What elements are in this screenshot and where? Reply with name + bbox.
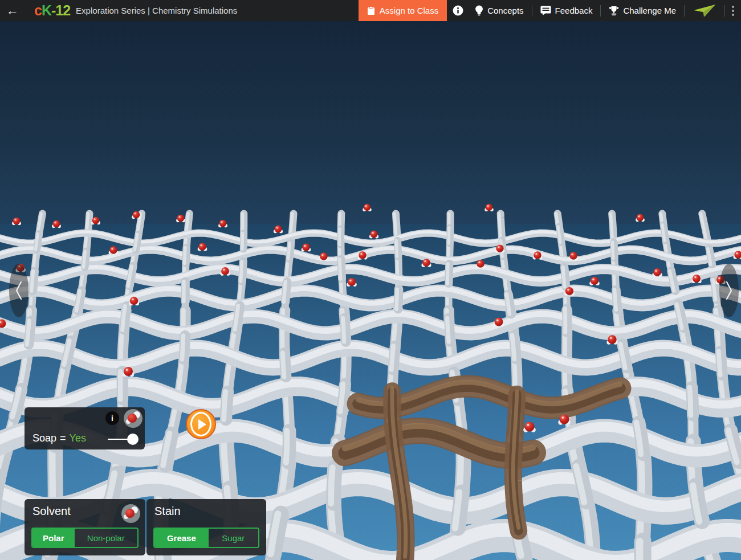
soap-label: Soap [32,432,56,444]
info-button[interactable] [447,0,469,21]
play-triangle-icon [198,419,206,430]
info-i-icon: i [111,414,113,423]
lightbulb-icon [475,5,483,17]
stain-toggle: Grease Sugar [153,528,259,548]
soap-info-button[interactable]: i [105,411,119,425]
trophy-icon [609,6,619,16]
next-slide-arrow[interactable] [719,264,739,317]
feedback-label: Feedback [555,6,593,15]
logo-k: K [42,0,51,21]
app-subtitle: Exploration Series | Chemistry Simulatio… [76,6,237,15]
stain-option-grease[interactable]: Grease [154,529,209,547]
concepts-button[interactable]: Concepts [469,0,529,21]
back-arrow-icon: ← [6,3,19,18]
info-icon [453,5,463,16]
share-button[interactable] [687,0,722,21]
solvent-molecule-view-button[interactable] [121,504,140,523]
solvent-panel: Solvent Polar Non-polar [25,499,145,555]
stain-title: Stain [154,505,181,518]
chevron-right-icon [724,281,734,300]
header-divider [724,5,725,17]
header-actions: Assign to Class Concepts Feedback [359,0,741,21]
solvent-option-nonpolar[interactable]: Non-polar [75,529,137,547]
soap-equals: = [60,432,66,444]
header-divider [600,5,601,17]
previous-slide-arrow[interactable] [9,264,28,317]
clipboard-icon [367,6,375,15]
play-button[interactable] [186,409,216,439]
chevron-left-icon [14,281,23,300]
soap-molecule-view-button[interactable] [124,409,142,428]
feedback-button[interactable]: Feedback [535,0,598,21]
header-divider [684,5,685,17]
solvent-toggle: Polar Non-polar [31,528,139,548]
challenge-me-button[interactable]: Challenge Me [603,0,682,21]
solvent-title: Solvent [32,505,71,518]
soap-value: Yes [70,432,86,444]
ck12-logo[interactable]: cK-12 [34,0,70,21]
sky-background [0,21,741,238]
assign-to-class-button[interactable]: Assign to Class [359,0,447,21]
simulation-canvas[interactable] [0,21,741,560]
soap-toggle-slider[interactable] [108,439,133,440]
assign-to-class-label: Assign to Class [380,6,438,15]
stain-panel: Stain Grease Sugar [146,499,266,555]
back-button[interactable]: ← [0,0,25,21]
header-bar: ← cK-12 Exploration Series | Chemistry S… [0,0,741,21]
stain-option-sugar[interactable]: Sugar [209,529,258,547]
overflow-menu-button[interactable] [727,6,741,16]
logo-c: c [34,0,42,21]
soap-panel: i Soap = Yes [25,407,145,449]
ck12-simulation-app: ← cK-12 Exploration Series | Chemistry S… [0,0,741,560]
concepts-label: Concepts [487,6,523,15]
challenge-me-label: Challenge Me [623,6,676,15]
feedback-chat-icon [540,6,551,15]
paper-plane-icon [693,3,716,18]
play-ring [190,412,211,436]
soap-slider-knob[interactable] [127,434,139,445]
header-divider [532,5,532,17]
simulation-stage: i Soap = Yes Solvent [0,21,741,560]
soap-setting: Soap = Yes [32,432,86,444]
solvent-option-polar[interactable]: Polar [32,529,75,547]
logo-12: -12 [51,0,70,21]
